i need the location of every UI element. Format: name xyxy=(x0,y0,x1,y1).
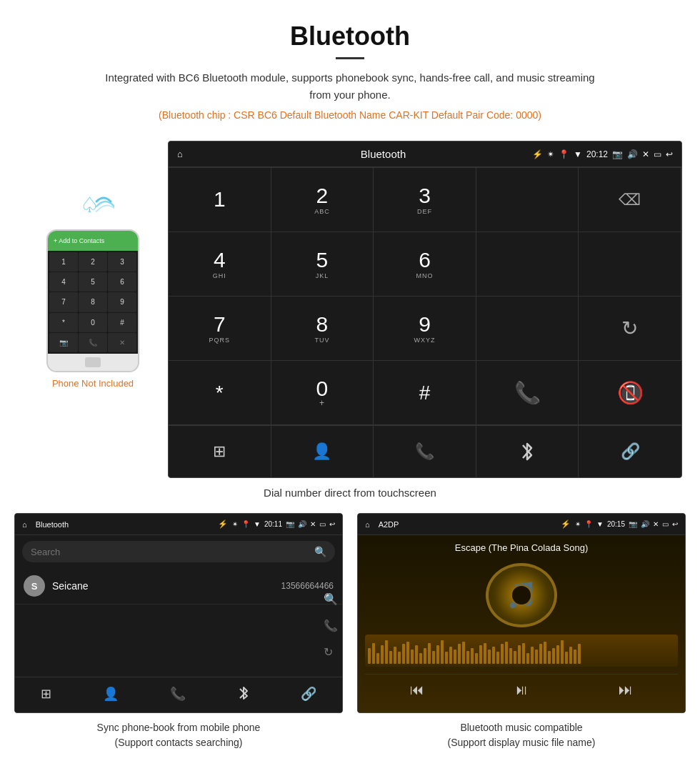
pb-status-right: ✴ 📍 ▼ 20:11 📷 🔊 ✕ ▭ ↩ xyxy=(232,520,335,528)
phone-mockup: + Add to Contacts 1 2 3 4 5 6 7 8 9 * 0 … xyxy=(46,229,139,372)
pb-bt-icon: ✴ xyxy=(232,520,238,528)
sidebar-search-icon: 🔍 xyxy=(324,592,338,606)
phonebook-block: ⌂ Bluetooth ⚡ ✴ 📍 ▼ 20:11 📷 🔊 ✕ ▭ ↩ xyxy=(14,513,343,750)
dial-key-9[interactable]: 9 WXYZ xyxy=(374,297,476,361)
window-icon: ▭ xyxy=(654,149,661,159)
person-icon-button[interactable]: 👤 xyxy=(271,426,374,477)
phonebook-screen: ⌂ Bluetooth ⚡ ✴ 📍 ▼ 20:11 📷 🔊 ✕ ▭ ↩ xyxy=(14,513,343,713)
music-usb-icon: ⚡ xyxy=(561,519,571,529)
link-icon-button[interactable]: 🔗 xyxy=(579,426,681,477)
dial-key-hash[interactable]: # xyxy=(374,361,476,425)
music-caption: Bluetooth music compatible (Support disp… xyxy=(357,720,686,750)
dial-key-0[interactable]: 0 + xyxy=(271,361,374,425)
dial-key-1[interactable]: 1 xyxy=(169,168,271,232)
dialpad-status-bar: ⌂ Bluetooth ⚡ ✴ 📍 ▼ 20:12 📷 🔊 ✕ ▭ ↩ xyxy=(169,141,681,167)
dial-call-green[interactable]: 📞 xyxy=(476,361,579,425)
phone-key: 1 xyxy=(49,252,78,272)
time-display: 20:12 xyxy=(586,149,608,159)
dial-reload[interactable]: ↻ xyxy=(579,297,681,361)
phonebook-sidebar-icons: 🔍 📞 ↻ xyxy=(324,592,338,659)
phone-key: 📞 xyxy=(79,333,107,352)
dial-key-star[interactable]: * xyxy=(169,361,271,425)
phone-icon-button[interactable]: 📞 xyxy=(374,426,476,477)
music-loc-icon: 📍 xyxy=(584,520,593,528)
music-next-button[interactable]: ⏭ xyxy=(619,682,633,698)
title-divider xyxy=(336,57,364,59)
usb-icon: ⚡ xyxy=(532,149,543,159)
music-time: 20:15 xyxy=(607,520,625,528)
pb-win-icon: ▭ xyxy=(319,520,326,528)
phone-key: # xyxy=(108,313,136,332)
contact-row[interactable]: S Seicane 13566664466 xyxy=(15,568,342,605)
sidebar-phone-icon: 📞 xyxy=(324,619,338,632)
sidebar-reload-icon: ↻ xyxy=(324,645,338,659)
music-waveform xyxy=(365,635,678,667)
phonebook-status-bar: ⌂ Bluetooth ⚡ ✴ 📍 ▼ 20:11 📷 🔊 ✕ ▭ ↩ xyxy=(15,514,342,535)
pb-time: 20:11 xyxy=(264,520,282,528)
svg-text:♤: ♤ xyxy=(80,193,99,217)
music-wifi-icon: ▼ xyxy=(596,520,604,528)
phonebook-search-input[interactable] xyxy=(31,547,314,557)
page-header: Bluetooth Integrated with BC6 Bluetooth … xyxy=(0,0,700,141)
bluetooth-icon-status: ✴ xyxy=(547,149,554,159)
bottom-screenshots: ⌂ Bluetooth ⚡ ✴ 📍 ▼ 20:11 📷 🔊 ✕ ▭ ↩ xyxy=(0,513,700,765)
phonebook-bottom-row: ⊞ 👤 📞 🔗 xyxy=(15,677,342,712)
pb-loc-icon: 📍 xyxy=(241,520,250,528)
music-camera-icon: 📷 xyxy=(629,520,637,528)
dial-key-5[interactable]: 5 JKL xyxy=(271,232,374,297)
pb-status-title: Bluetooth xyxy=(36,520,214,529)
dial-call-red[interactable]: 📵 xyxy=(579,361,681,425)
pb-usb-icon: ⚡ xyxy=(218,519,228,529)
phone-key: ✕ xyxy=(108,333,136,352)
dial-empty-3 xyxy=(579,232,681,297)
music-content: Escape (The Pina Colada Song) 🎵 xyxy=(358,535,685,712)
status-bar-left: ⌂ xyxy=(177,149,234,159)
music-screen: ⌂ A2DP ⚡ ✴ 📍 ▼ 20:15 📷 🔊 ✕ ▭ ↩ Escape (T… xyxy=(357,513,686,713)
music-prev-button[interactable]: ⏮ xyxy=(410,682,424,698)
phone-key: 0 xyxy=(79,313,107,332)
dial-key-4[interactable]: 4 GHI xyxy=(169,232,271,297)
pb-phone-icon[interactable]: 📞 xyxy=(170,686,186,704)
pb-home-icon: ⌂ xyxy=(22,520,27,529)
pb-grid-icon[interactable]: ⊞ xyxy=(41,686,51,704)
pb-bt-bottom-icon[interactable] xyxy=(238,686,249,704)
music-status-title: A2DP xyxy=(379,520,556,529)
wifi-signal-icon: ▼ xyxy=(574,149,582,159)
phone-key: 7 xyxy=(49,292,78,312)
back-icon: ↩ xyxy=(666,149,673,159)
music-bt-icon: ✴ xyxy=(575,520,581,528)
music-controls: ⏮ ⏯ ⏭ xyxy=(365,674,678,705)
phone-key: 📷 xyxy=(49,333,78,352)
phonebook-search-bar[interactable]: 🔍 xyxy=(22,541,335,562)
music-close-icon: ✕ xyxy=(653,520,659,528)
phone-key: 4 xyxy=(49,272,78,292)
phone-key: 9 xyxy=(108,292,136,312)
dial-key-3[interactable]: 3 DEF xyxy=(374,168,476,232)
phone-key: 2 xyxy=(79,252,107,272)
dial-backspace[interactable]: ⌫ xyxy=(579,168,681,232)
dial-key-2[interactable]: 2 ABC xyxy=(271,168,374,232)
dialpad-grid: 1 2 ABC 3 DEF ⌫ 4 xyxy=(169,167,681,425)
phone-illustration: ♤ + Add to Contacts 1 2 3 4 5 6 7 8 9 xyxy=(18,141,168,389)
dial-key-7[interactable]: 7 PQRS xyxy=(169,297,271,361)
bluetooth-icon-button[interactable] xyxy=(476,426,579,477)
bluetooth-info: (Bluetooth chip : CSR BC6 Default Blueto… xyxy=(14,109,686,121)
waveform-dots xyxy=(365,635,678,667)
dial-key-6[interactable]: 6 MNO xyxy=(374,232,476,297)
status-bar-title: Bluetooth xyxy=(234,148,532,160)
dial-empty-4 xyxy=(476,297,579,361)
home-icon: ⌂ xyxy=(177,149,183,159)
phonebook-body: 🔍 S Seicane 13566664466 🔍 📞 ↻ xyxy=(15,535,342,712)
grid-icon-button[interactable]: ⊞ xyxy=(169,426,271,477)
wifi-icon-area: ♤ xyxy=(71,184,114,222)
camera-icon: 📷 xyxy=(612,149,623,159)
music-status-right: ✴ 📍 ▼ 20:15 📷 🔊 ✕ ▭ ↩ xyxy=(575,520,678,528)
phone-screen-top: + Add to Contacts xyxy=(48,231,138,251)
dial-key-8[interactable]: 8 TUV xyxy=(271,297,374,361)
pb-person-icon[interactable]: 👤 xyxy=(103,686,119,704)
music-block: ⌂ A2DP ⚡ ✴ 📍 ▼ 20:15 📷 🔊 ✕ ▭ ↩ Escape (T… xyxy=(357,513,686,750)
close-icon: ✕ xyxy=(642,149,649,159)
android-dialpad-screen: ⌂ Bluetooth ⚡ ✴ 📍 ▼ 20:12 📷 🔊 ✕ ▭ ↩ 1 xyxy=(168,141,682,478)
pb-link-icon[interactable]: 🔗 xyxy=(301,686,316,704)
music-play-pause-button[interactable]: ⏯ xyxy=(514,682,529,698)
